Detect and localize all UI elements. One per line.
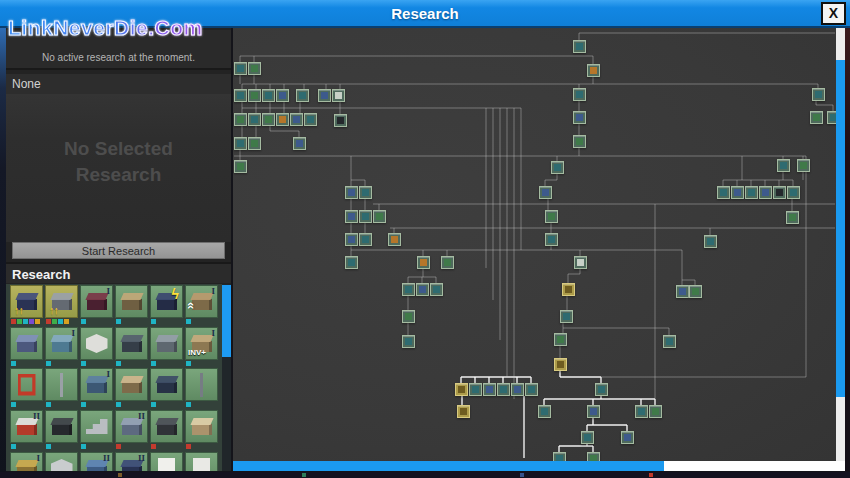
tech-node[interactable] [689,285,702,298]
tech-node[interactable] [560,310,573,323]
tech-node[interactable] [416,283,429,296]
tech-node[interactable] [359,210,372,223]
tech-node[interactable] [551,161,564,174]
research-tile[interactable]: ↑↑ [45,285,78,318]
tech-node[interactable] [704,235,717,248]
tech-node[interactable] [469,383,482,396]
tech-node[interactable] [587,452,600,461]
tech-node[interactable] [587,64,600,77]
tech-node[interactable] [745,186,758,199]
tech-node[interactable] [649,405,662,418]
research-tile[interactable] [115,327,148,360]
tech-node[interactable] [663,335,676,348]
research-tile[interactable]: ϟ [150,285,183,318]
tech-node[interactable] [441,256,454,269]
tech-node[interactable] [345,210,358,223]
tech-node[interactable] [455,383,468,396]
research-tile[interactable] [185,410,218,443]
research-tile[interactable]: IINV+ [185,327,218,360]
research-tile[interactable]: II [115,452,148,471]
research-tile[interactable]: ↑↑ [10,285,43,318]
research-tile[interactable] [115,285,148,318]
research-tile[interactable]: I [80,368,113,401]
tech-node[interactable] [676,285,689,298]
research-tile[interactable]: II [10,410,43,443]
tree-vertical-scroll-thumb[interactable] [836,60,845,397]
tech-node[interactable] [539,186,552,199]
research-tile[interactable]: II [115,410,148,443]
tech-node[interactable] [595,383,608,396]
tech-node[interactable] [293,137,306,150]
tech-node[interactable] [621,431,634,444]
research-tile[interactable] [150,327,183,360]
tech-node[interactable] [731,186,744,199]
tree-horizontal-scroll-thumb[interactable] [233,461,664,471]
tech-tree-panel[interactable] [233,28,836,461]
tech-node[interactable] [276,89,289,102]
tech-node[interactable] [773,186,786,199]
tech-node[interactable] [290,113,303,126]
tech-node[interactable] [573,40,586,53]
tech-node[interactable] [810,111,823,124]
research-tile[interactable] [10,327,43,360]
tech-node[interactable] [234,160,247,173]
tech-node[interactable] [812,88,825,101]
tech-node[interactable] [248,62,261,75]
tech-node[interactable] [717,186,730,199]
tech-node[interactable] [827,111,836,124]
tech-node[interactable] [430,283,443,296]
tech-node[interactable] [248,89,261,102]
research-grid-scrollbar[interactable] [222,284,231,471]
tech-node[interactable] [587,405,600,418]
tech-node[interactable] [373,210,386,223]
tech-node[interactable] [786,211,799,224]
tech-node[interactable] [296,89,309,102]
tech-node[interactable] [511,383,524,396]
tech-node[interactable] [345,256,358,269]
research-tile[interactable] [115,368,148,401]
tech-node[interactable] [797,159,810,172]
research-tile[interactable]: I« [185,285,218,318]
tech-node[interactable] [573,135,586,148]
research-tile[interactable] [185,452,218,471]
tech-node[interactable] [318,89,331,102]
tech-node[interactable] [525,383,538,396]
tech-node[interactable] [553,452,566,461]
tech-node[interactable] [248,113,261,126]
research-tile[interactable]: II [80,452,113,471]
tech-node[interactable] [417,256,430,269]
tech-node[interactable] [497,383,510,396]
tech-node[interactable] [538,405,551,418]
research-tile[interactable] [80,410,113,443]
tech-node[interactable] [345,233,358,246]
tech-node[interactable] [574,256,587,269]
tech-node[interactable] [345,186,358,199]
research-tile[interactable]: I [80,285,113,318]
research-tile[interactable] [45,452,78,471]
tech-node[interactable] [787,186,800,199]
research-tile[interactable]: I [10,452,43,471]
tech-node[interactable] [554,358,567,371]
research-tile[interactable] [45,410,78,443]
research-tile[interactable] [185,368,218,401]
tech-node[interactable] [248,137,261,150]
tech-node[interactable] [234,89,247,102]
tech-node[interactable] [304,113,317,126]
start-research-button[interactable]: Start Research [12,242,225,259]
tech-node[interactable] [359,233,372,246]
tech-node[interactable] [234,137,247,150]
close-button[interactable]: X [821,2,846,25]
tech-node[interactable] [573,88,586,101]
tech-node[interactable] [234,62,247,75]
tech-node[interactable] [573,111,586,124]
tree-horizontal-scrollbar[interactable] [233,461,845,471]
tech-node[interactable] [234,113,247,126]
tech-node[interactable] [334,114,347,127]
tech-node[interactable] [262,89,275,102]
research-tile[interactable]: I [45,327,78,360]
tech-node[interactable] [545,210,558,223]
tech-node[interactable] [457,405,470,418]
tech-node[interactable] [759,186,772,199]
tech-node[interactable] [332,89,345,102]
tech-node[interactable] [635,405,648,418]
